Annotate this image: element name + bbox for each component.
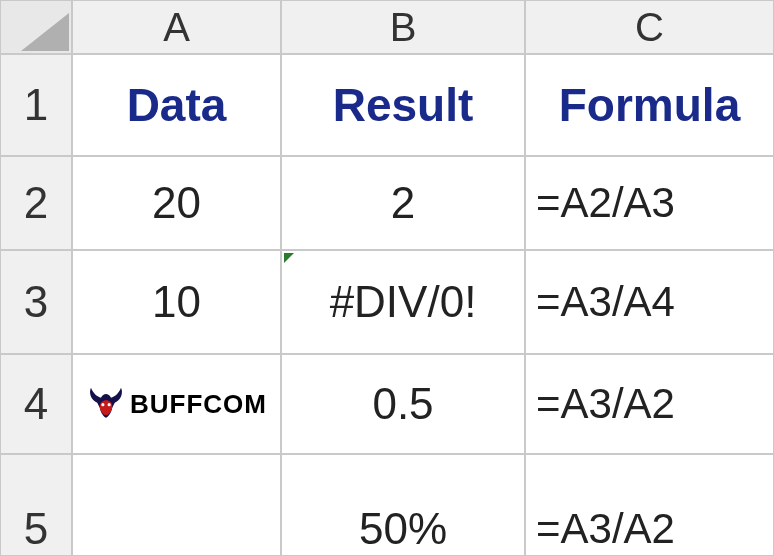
cell-B3[interactable]: #DIV/0! bbox=[281, 250, 525, 354]
cell-A4[interactable]: BUFFCOM bbox=[72, 354, 281, 454]
buffcom-logo-text: BUFFCOM bbox=[130, 389, 267, 420]
cell-B5[interactable]: 50% bbox=[281, 454, 525, 556]
row-header-3[interactable]: 3 bbox=[0, 250, 72, 354]
cell-B1[interactable]: Result bbox=[281, 54, 525, 156]
cell-B4[interactable]: 0.5 bbox=[281, 354, 525, 454]
cell-A3[interactable]: 10 bbox=[72, 250, 281, 354]
buffcom-logo: BUFFCOM bbox=[86, 384, 267, 424]
cell-C5[interactable]: =A3/A2 bbox=[525, 454, 774, 556]
cell-C1[interactable]: Formula bbox=[525, 54, 774, 156]
svg-point-1 bbox=[108, 403, 111, 406]
bull-head-icon bbox=[86, 384, 126, 424]
cell-A5[interactable] bbox=[72, 454, 281, 556]
column-header-C[interactable]: C bbox=[525, 0, 774, 54]
column-header-B[interactable]: B bbox=[281, 0, 525, 54]
row-header-5[interactable]: 5 bbox=[0, 454, 72, 556]
cell-C2[interactable]: =A2/A3 bbox=[525, 156, 774, 250]
row-header-2[interactable]: 2 bbox=[0, 156, 72, 250]
cell-A2[interactable]: 20 bbox=[72, 156, 281, 250]
svg-point-0 bbox=[101, 403, 104, 406]
column-header-A[interactable]: A bbox=[72, 0, 281, 54]
cell-C3[interactable]: =A3/A4 bbox=[525, 250, 774, 354]
cell-B2[interactable]: 2 bbox=[281, 156, 525, 250]
row-header-4[interactable]: 4 bbox=[0, 354, 72, 454]
select-all-corner[interactable] bbox=[0, 0, 72, 54]
cell-A1[interactable]: Data bbox=[72, 54, 281, 156]
spreadsheet-grid: A B C 1 Data Result Formula 2 20 2 =A2/A… bbox=[0, 0, 774, 556]
cell-C4[interactable]: =A3/A2 bbox=[525, 354, 774, 454]
row-header-1[interactable]: 1 bbox=[0, 54, 72, 156]
